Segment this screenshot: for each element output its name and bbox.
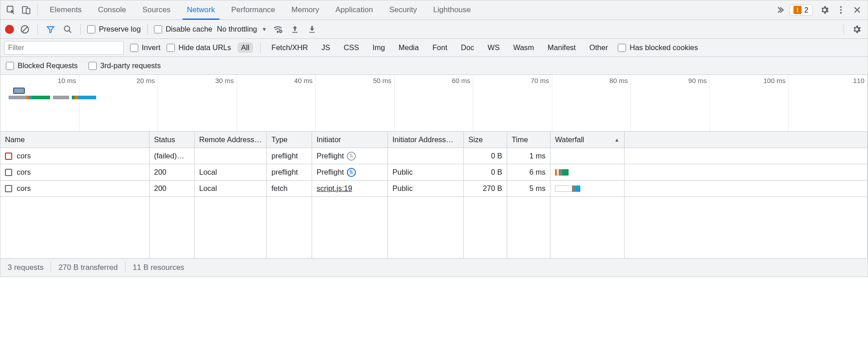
request-name: cors xyxy=(17,168,31,176)
caret-down-icon: ▼ xyxy=(261,26,267,32)
preserve-log-checkbox[interactable]: Preserve log xyxy=(87,25,141,33)
type-chip-img[interactable]: Img xyxy=(369,42,389,53)
column-header[interactable]: Size xyxy=(464,132,507,148)
tab-lighthouse[interactable]: Lighthouse xyxy=(425,0,479,19)
filter-bar-2: Blocked Requests 3rd-party requests xyxy=(0,57,868,75)
column-header[interactable]: Initiator Address… xyxy=(388,132,464,148)
column-header[interactable]: Waterfall xyxy=(551,132,625,148)
record-button[interactable] xyxy=(5,25,14,34)
overview-column: 50 ms xyxy=(316,75,395,131)
column-header[interactable]: Type xyxy=(267,132,312,148)
upload-har-icon[interactable] xyxy=(289,23,301,36)
column-header[interactable] xyxy=(625,132,868,148)
disable-cache-input[interactable] xyxy=(154,25,162,33)
type-chip-js[interactable]: JS xyxy=(318,42,334,53)
hide-data-urls-label: Hide data URLs xyxy=(178,43,231,52)
more-vertical-icon[interactable] xyxy=(833,2,849,18)
column-header[interactable]: Initiator xyxy=(312,132,388,148)
tab-elements[interactable]: Elements xyxy=(42,0,90,19)
overview-column: 80 ms xyxy=(552,75,631,131)
type-chip-ws[interactable]: WS xyxy=(484,42,504,53)
third-party-input[interactable] xyxy=(89,62,97,70)
divider xyxy=(80,24,81,35)
tab-sources[interactable]: Sources xyxy=(134,0,178,19)
column-header[interactable]: Status xyxy=(149,132,195,148)
svg-point-4 xyxy=(840,9,842,11)
tab-network[interactable]: Network xyxy=(179,0,223,19)
column-header[interactable]: Name xyxy=(0,132,149,148)
type-chip-all[interactable]: All xyxy=(238,42,253,53)
hide-data-urls-checkbox[interactable]: Hide data URLs xyxy=(167,43,231,52)
overview-tick-label: 50 ms xyxy=(373,77,392,84)
type-chip-fetchxhr[interactable]: Fetch/XHR xyxy=(268,42,312,53)
network-conditions-icon[interactable] xyxy=(271,23,284,36)
third-party-label: 3rd-party requests xyxy=(100,61,161,70)
type-cell: fetch xyxy=(267,181,312,197)
third-party-checkbox[interactable]: 3rd-party requests xyxy=(89,61,161,70)
network-settings-gear-icon[interactable] xyxy=(850,23,863,36)
overview-tick-label: 90 ms xyxy=(688,77,707,84)
overview-selection-handle[interactable] xyxy=(13,88,25,94)
table-empty-area xyxy=(0,197,868,258)
filter-funnel-icon[interactable] xyxy=(44,23,57,36)
filter-input[interactable] xyxy=(4,41,124,55)
preflight-swap-icon: ⇅ xyxy=(347,168,356,177)
search-icon[interactable] xyxy=(61,23,74,36)
tab-security[interactable]: Security xyxy=(381,0,425,19)
type-chip-css[interactable]: CSS xyxy=(340,42,363,53)
preserve-log-input[interactable] xyxy=(87,25,95,33)
overview-tick-label: 100 ms xyxy=(763,77,785,84)
waterfall-bar xyxy=(555,185,580,192)
type-chip-doc[interactable]: Doc xyxy=(457,42,478,53)
name-cell[interactable]: cors xyxy=(0,148,149,164)
tab-application[interactable]: Application xyxy=(327,0,381,19)
initiator-cell: Preflight⇅ xyxy=(312,164,388,181)
type-chip-media[interactable]: Media xyxy=(395,42,423,53)
initiator-text: Preflight xyxy=(317,152,344,160)
tab-performance[interactable]: Performance xyxy=(223,0,283,19)
svg-point-7 xyxy=(65,26,70,31)
divider xyxy=(147,24,148,35)
disable-cache-checkbox[interactable]: Disable cache xyxy=(154,25,213,33)
overview-tick-label: 110 xyxy=(853,77,864,84)
close-devtools-icon[interactable] xyxy=(849,2,865,18)
has-blocked-cookies-label: Has blocked cookies xyxy=(630,43,698,52)
clear-log-icon[interactable] xyxy=(19,23,31,36)
type-chip-other[interactable]: Other xyxy=(586,42,611,53)
disable-cache-label: Disable cache xyxy=(166,25,213,33)
overview-tick-label: 70 ms xyxy=(531,77,549,84)
invert-checkbox[interactable]: Invert xyxy=(130,43,160,52)
more-tabs-chevron-icon[interactable] xyxy=(774,2,789,18)
initiator-link[interactable]: script.js:19 xyxy=(317,184,352,193)
blocked-requests-input[interactable] xyxy=(6,62,14,70)
timeline-overview[interactable]: 10 ms20 ms30 ms40 ms50 ms60 ms70 ms80 ms… xyxy=(0,75,868,132)
initiator-cell[interactable]: script.js:19 xyxy=(312,181,388,197)
tab-memory[interactable]: Memory xyxy=(283,0,327,19)
waterfall-cell-2 xyxy=(625,164,868,181)
name-cell[interactable]: cors xyxy=(0,164,149,181)
issues-badge[interactable]: ! 2 xyxy=(789,5,812,16)
column-header[interactable]: Remote Address… xyxy=(195,132,267,148)
invert-input[interactable] xyxy=(130,44,138,52)
blocked-requests-checkbox[interactable]: Blocked Requests xyxy=(6,61,78,70)
download-har-icon[interactable] xyxy=(306,23,318,36)
overview-column: 30 ms xyxy=(158,75,237,131)
svg-point-8 xyxy=(277,31,279,32)
type-chip-manifest[interactable]: Manifest xyxy=(544,42,579,53)
inspect-element-icon[interactable] xyxy=(3,2,19,18)
device-toolbar-icon[interactable] xyxy=(19,2,34,18)
hide-data-urls-input[interactable] xyxy=(167,44,175,52)
settings-gear-icon[interactable] xyxy=(817,2,832,18)
throttling-select[interactable]: No throttling ▼ xyxy=(217,25,267,33)
name-cell[interactable]: cors xyxy=(0,181,149,197)
status-bar: 3 requests 270 B transferred 11 B resour… xyxy=(0,259,868,277)
has-blocked-cookies-input[interactable] xyxy=(618,44,626,52)
tab-console[interactable]: Console xyxy=(90,0,134,19)
initiator-address-cell xyxy=(388,148,464,164)
type-chip-font[interactable]: Font xyxy=(429,42,451,53)
size-cell: 270 B xyxy=(464,181,507,197)
has-blocked-cookies-checkbox[interactable]: Has blocked cookies xyxy=(618,43,698,52)
type-chip-wasm[interactable]: Wasm xyxy=(509,42,537,53)
column-header[interactable]: Time xyxy=(507,132,551,148)
remote-address-cell xyxy=(195,148,267,164)
